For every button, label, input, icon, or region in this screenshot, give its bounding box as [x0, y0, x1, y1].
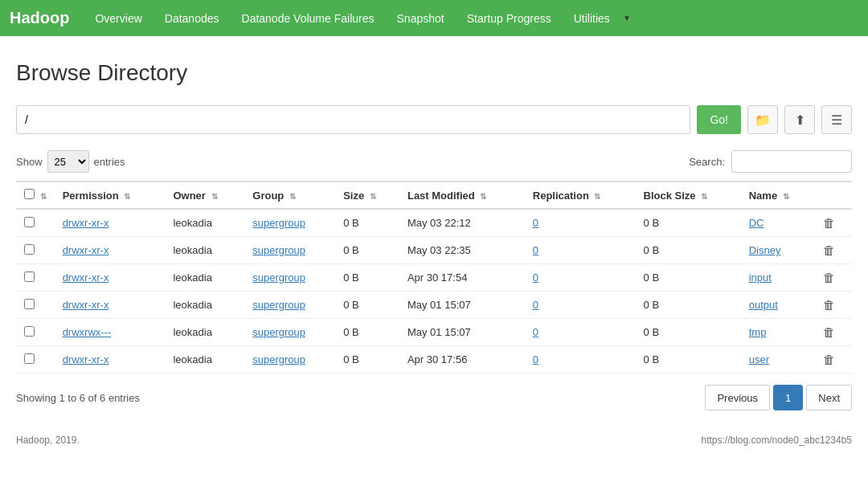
- col-actions: [815, 182, 852, 209]
- next-button[interactable]: Next: [806, 385, 852, 410]
- group-link[interactable]: supergroup: [252, 217, 305, 229]
- cell-block-size: 0 B: [636, 237, 741, 264]
- group-link[interactable]: supergroup: [252, 326, 305, 338]
- up-icon-button[interactable]: ⬆: [784, 105, 815, 134]
- nav-snapshot[interactable]: Snapshot: [387, 7, 454, 30]
- cell-replication: 0: [525, 292, 636, 319]
- nav-datanodes[interactable]: Datanodes: [155, 7, 229, 30]
- col-group[interactable]: Group ⇅: [244, 182, 335, 209]
- delete-icon[interactable]: 🗑: [823, 325, 835, 339]
- delete-icon[interactable]: 🗑: [823, 353, 835, 366]
- col-last-modified[interactable]: Last Modified ⇅: [399, 182, 525, 209]
- replication-link[interactable]: 0: [533, 217, 538, 229]
- name-link[interactable]: input: [749, 271, 772, 284]
- cell-replication: 0: [525, 209, 636, 237]
- sort-owner: ⇅: [211, 192, 218, 201]
- replication-link[interactable]: 0: [533, 353, 538, 365]
- row-checkbox-1[interactable]: [24, 244, 35, 255]
- table-row: drwxr-xr-x leokadia supergroup 0 B Apr 3…: [16, 346, 852, 374]
- cell-last-modified: May 01 15:07: [399, 292, 525, 319]
- page-content: Browse Directory Go! 📁 ⬆ ☰ Show 10 25 50…: [0, 36, 868, 427]
- brand: Hadoop: [10, 9, 69, 27]
- group-link[interactable]: supergroup: [252, 244, 305, 256]
- folder-icon: 📁: [755, 112, 771, 128]
- cell-replication: 0: [525, 346, 636, 374]
- col-block-size[interactable]: Block Size ⇅: [636, 182, 741, 209]
- cell-replication: 0: [525, 319, 636, 346]
- col-size[interactable]: Size ⇅: [335, 182, 399, 209]
- cell-size: 0 B: [335, 264, 399, 292]
- cell-owner: leokadia: [165, 319, 244, 346]
- permission-link[interactable]: drwxrwx---: [63, 326, 112, 338]
- row-checkbox-2[interactable]: [24, 271, 35, 282]
- path-input[interactable]: [16, 105, 690, 134]
- col-replication[interactable]: Replication ⇅: [525, 182, 636, 209]
- nav-startup[interactable]: Startup Progress: [457, 7, 561, 30]
- replication-link[interactable]: 0: [533, 271, 538, 284]
- name-link[interactable]: DC: [749, 217, 764, 229]
- cell-delete: 🗑: [815, 319, 852, 346]
- col-owner[interactable]: Owner ⇅: [165, 182, 244, 209]
- row-checkbox-4[interactable]: [24, 326, 35, 337]
- row-checkbox-5[interactable]: [24, 353, 35, 364]
- nav-utilities[interactable]: Utilities ▼: [564, 7, 631, 30]
- cell-owner: leokadia: [165, 292, 244, 319]
- row-checkbox-3[interactable]: [24, 299, 35, 309]
- group-link[interactable]: supergroup: [252, 299, 305, 311]
- replication-link[interactable]: 0: [533, 299, 538, 311]
- name-link[interactable]: output: [749, 299, 778, 311]
- cell-last-modified: May 01 15:07: [399, 319, 525, 346]
- permission-link[interactable]: drwxr-xr-x: [63, 299, 109, 311]
- name-link[interactable]: tmp: [749, 326, 767, 338]
- page-1-button[interactable]: 1: [773, 385, 803, 410]
- search-input[interactable]: [731, 150, 852, 173]
- name-link[interactable]: Disney: [749, 244, 781, 256]
- footer-copyright: Hadoop, 2019.: [16, 435, 80, 446]
- replication-link[interactable]: 0: [533, 326, 538, 338]
- replication-link[interactable]: 0: [533, 244, 538, 256]
- nav-overview[interactable]: Overview: [85, 7, 151, 30]
- table-row: drwxr-xr-x leokadia supergroup 0 B May 0…: [16, 292, 852, 319]
- entries-select[interactable]: 10 25 50 100: [47, 150, 89, 173]
- select-all-checkbox[interactable]: [24, 189, 35, 199]
- cell-permission: drwxr-xr-x: [55, 209, 166, 237]
- delete-icon[interactable]: 🗑: [823, 298, 835, 312]
- row-checkbox-0[interactable]: [24, 217, 35, 227]
- cell-group: supergroup: [244, 319, 335, 346]
- nav-dvf[interactable]: Datanode Volume Failures: [232, 7, 384, 30]
- cell-delete: 🗑: [815, 292, 852, 319]
- nav-utilities-label[interactable]: Utilities: [564, 7, 620, 30]
- permission-link[interactable]: drwxr-xr-x: [63, 217, 109, 229]
- footer-url: https://blog.com/node0_abc1234b5: [702, 435, 852, 446]
- previous-button[interactable]: Previous: [705, 385, 770, 410]
- footer: Hadoop, 2019. https://blog.com/node0_abc…: [0, 427, 868, 449]
- row-checkbox-cell: [16, 237, 55, 264]
- cell-owner: leokadia: [165, 237, 244, 264]
- row-checkbox-cell: [16, 209, 55, 237]
- group-link[interactable]: supergroup: [252, 353, 305, 365]
- group-link[interactable]: supergroup: [252, 271, 305, 284]
- directory-table: ⇅ Permission ⇅ Owner ⇅ Group ⇅ Size ⇅: [16, 181, 852, 374]
- go-button[interactable]: Go!: [697, 105, 741, 134]
- col-name[interactable]: Name ⇅: [741, 182, 815, 209]
- sort-replication: ⇅: [594, 192, 600, 201]
- cell-group: supergroup: [244, 292, 335, 319]
- permission-link[interactable]: drwxr-xr-x: [63, 244, 109, 256]
- col-permission[interactable]: Permission ⇅: [55, 182, 166, 209]
- permission-link[interactable]: drwxr-xr-x: [63, 353, 109, 365]
- delete-icon[interactable]: 🗑: [823, 216, 835, 230]
- cell-block-size: 0 B: [636, 346, 741, 374]
- list-icon-button[interactable]: ☰: [821, 105, 852, 134]
- search-label: Search:: [689, 156, 725, 168]
- navbar: Hadoop Overview Datanodes Datanode Volum…: [0, 0, 868, 36]
- folder-icon-button[interactable]: 📁: [747, 105, 778, 134]
- show-entries: Show 10 25 50 100 entries: [16, 150, 125, 173]
- delete-icon[interactable]: 🗑: [823, 243, 835, 257]
- name-link[interactable]: user: [749, 353, 769, 365]
- cell-block-size: 0 B: [636, 264, 741, 292]
- delete-icon[interactable]: 🗑: [823, 271, 835, 284]
- entries-label: entries: [94, 156, 125, 168]
- permission-link[interactable]: drwxr-xr-x: [63, 271, 109, 284]
- pagination: Previous 1 Next: [705, 385, 852, 410]
- cell-delete: 🗑: [815, 346, 852, 374]
